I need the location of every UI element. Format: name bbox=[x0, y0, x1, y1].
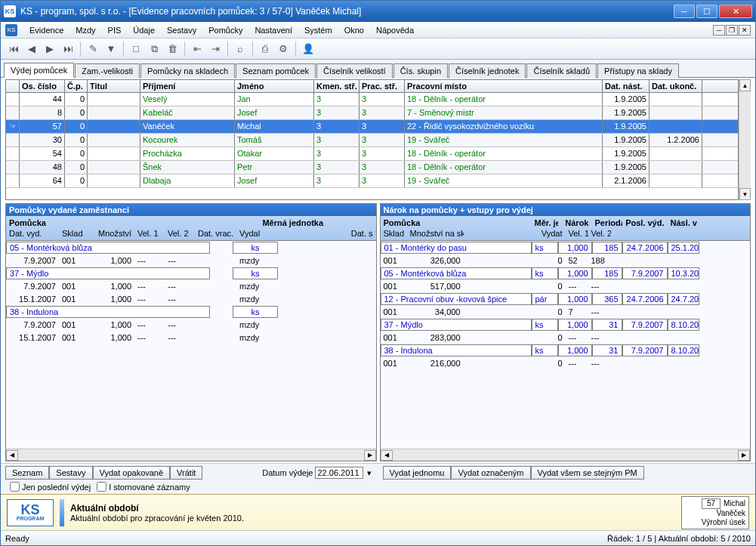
tab-1[interactable]: Zam.-velikosti bbox=[75, 63, 140, 78]
maximize-button[interactable]: ☐ bbox=[696, 5, 717, 18]
employee-row[interactable]: 480ŠnekPetr3318 - Dělník - operátor1.9.2… bbox=[6, 161, 738, 174]
btn-vrátit[interactable]: Vrátit bbox=[170, 466, 202, 480]
search-icon[interactable]: ⌕ bbox=[232, 41, 248, 57]
import-icon[interactable]: ⇤ bbox=[189, 41, 205, 57]
tab-3[interactable]: Seznam pomůcek bbox=[236, 63, 316, 78]
menu-sestavy[interactable]: Sestavy bbox=[161, 24, 202, 36]
entitlement-item-sub[interactable]: 001216,0000------ bbox=[381, 356, 751, 369]
entitlement-item-sub[interactable]: 001283,0000------ bbox=[381, 331, 751, 344]
scroll-left-icon[interactable]: ◀ bbox=[381, 450, 393, 461]
titlebar: KS KS - program, spol. s r.o. - [Evidenc… bbox=[1, 1, 755, 22]
col-dat-ukonc[interactable]: Dat. ukonč. bbox=[650, 80, 702, 92]
employee-row[interactable]: 540ProcházkaOtakar3318 - Dělník - operát… bbox=[6, 147, 738, 161]
col-os-cislo[interactable]: Os. číslo bbox=[20, 80, 65, 92]
prev-record-icon[interactable]: ◀ bbox=[23, 41, 40, 57]
date-picker-icon[interactable]: ▾ bbox=[365, 468, 374, 478]
print-icon[interactable]: ⎙ bbox=[257, 41, 273, 57]
employee-row[interactable]: 300KocourekTomáš3319 - Svářeč1.9.20051.2… bbox=[6, 134, 738, 147]
minimize-button[interactable]: ─ bbox=[674, 5, 695, 18]
menu-nastavení[interactable]: Nastavení bbox=[248, 24, 298, 36]
menu-nápověda[interactable]: Nápověda bbox=[370, 24, 420, 36]
issued-item-row[interactable]: 7.9.20070011,000------mzdy bbox=[6, 279, 376, 292]
menu-pomůcky[interactable]: Pomůcky bbox=[202, 24, 248, 36]
grid-header: Os. číslo Č.p. Titul Příjmení Jméno Kmen… bbox=[6, 80, 738, 93]
menubar: KS EvidenceMzdyPISÚdajeSestavyPomůckyNas… bbox=[1, 22, 755, 39]
issued-item-header[interactable]: 37 - Mýdloks bbox=[6, 267, 376, 279]
menu-mzdy[interactable]: Mzdy bbox=[69, 24, 101, 36]
issued-item-row[interactable]: 15.1.20070011,000------mzdy bbox=[6, 331, 376, 344]
tab-0[interactable]: Výdej pomůcek bbox=[4, 63, 74, 78]
tab-6[interactable]: Číselník jednotek bbox=[449, 63, 526, 78]
col-cp[interactable]: Č.p. bbox=[65, 80, 88, 92]
btn-vydat-jednomu[interactable]: Vydat jednomu bbox=[383, 466, 452, 480]
btn-vydat-všem-se-stejným-pm[interactable]: Vydat všem se stejným PM bbox=[531, 466, 644, 480]
left-button-row: SeznamSestavyVydat opakovaněVrátit Datum… bbox=[1, 463, 378, 482]
right-hscroll[interactable]: ◀ ▶ bbox=[381, 449, 751, 461]
entitlement-item-sub[interactable]: 001517,0000------ bbox=[381, 279, 751, 292]
entitlement-item-header[interactable]: 05 - Montérková blůzaks1,0001857.9.20071… bbox=[381, 267, 751, 279]
next-record-icon[interactable]: ▶ bbox=[42, 41, 58, 57]
mdi-minimize-button[interactable]: ─ bbox=[713, 25, 725, 35]
entitlement-item-header[interactable]: 37 - Mýdloks1,000317.9.20078.10.20 bbox=[381, 318, 751, 331]
col-pracovni-misto[interactable]: Pracovní místo bbox=[405, 80, 603, 92]
grid-scrollbar[interactable]: ▲ ▼ bbox=[739, 79, 751, 200]
chk-last-issue[interactable]: Jen poslední výdej bbox=[10, 482, 91, 492]
employee-row[interactable]: ☞570VaněčekMichal3322 - Řidič vysokozdvi… bbox=[6, 120, 738, 134]
last-record-icon[interactable]: ⏭ bbox=[60, 41, 76, 57]
menu-evidence[interactable]: Evidence bbox=[23, 24, 69, 36]
col-titul[interactable]: Titul bbox=[88, 80, 140, 92]
edit-icon[interactable]: ✎ bbox=[85, 41, 101, 57]
tab-2[interactable]: Pomůcky na skladech bbox=[140, 63, 235, 78]
scroll-up-icon[interactable]: ▲ bbox=[739, 79, 751, 91]
new-icon[interactable]: □ bbox=[128, 41, 144, 57]
col-prijmeni[interactable]: Příjmení bbox=[140, 80, 235, 92]
issued-item-row[interactable]: 7.9.20070011,000------mzdy bbox=[6, 318, 376, 331]
copy-icon[interactable]: ⧉ bbox=[146, 41, 162, 57]
col-jmeno[interactable]: Jméno bbox=[235, 80, 314, 92]
entitlement-item-header[interactable]: 12 - Pracovní obuv -kovová špicepár1,000… bbox=[381, 292, 751, 305]
entitlement-item-sub[interactable]: 001326,000052188 bbox=[381, 254, 751, 267]
export-icon[interactable]: ⇥ bbox=[207, 41, 224, 57]
employee-row[interactable]: 80KabeláčJosef337 - Směnový mistr1.9.200… bbox=[6, 106, 738, 120]
scroll-down-icon[interactable]: ▼ bbox=[739, 188, 751, 200]
scroll-right-icon[interactable]: ▶ bbox=[364, 450, 376, 461]
scroll-left-icon[interactable]: ◀ bbox=[6, 450, 18, 461]
issued-item-header[interactable]: 38 - Indulonaks bbox=[6, 305, 376, 318]
entitlement-item-header[interactable]: 38 - Indulonaks1,000317.9.20078.10.20 bbox=[381, 344, 751, 356]
menu-systém[interactable]: Systém bbox=[298, 24, 338, 36]
scroll-right-icon[interactable]: ▶ bbox=[738, 450, 750, 461]
btn-vydat-označeným[interactable]: Vydat označeným bbox=[451, 466, 530, 480]
menu-údaje[interactable]: Údaje bbox=[127, 24, 161, 36]
col-dat-nast[interactable]: Dat. nást. bbox=[603, 80, 650, 92]
btn-seznam[interactable]: Seznam bbox=[5, 466, 49, 480]
issued-item-row[interactable]: 7.9.20070011,000------mzdy bbox=[6, 254, 376, 267]
issued-item-header[interactable]: 05 - Montérková blůzaks bbox=[6, 241, 376, 254]
col-kmen-str[interactable]: Kmen. stř. bbox=[314, 80, 359, 92]
delete-icon[interactable]: 🗑 bbox=[164, 41, 181, 57]
col-prac-str[interactable]: Prac. stř. bbox=[359, 80, 405, 92]
tab-7[interactable]: Číselník skladů bbox=[526, 63, 597, 78]
issue-date-input[interactable] bbox=[315, 467, 363, 479]
tab-8[interactable]: Přístupy na sklady bbox=[597, 63, 679, 78]
issued-item-row[interactable]: 15.1.20070011,000------mzdy bbox=[6, 292, 376, 305]
menu-pis[interactable]: PIS bbox=[102, 24, 128, 36]
btn-vydat-opakovaně[interactable]: Vydat opakovaně bbox=[93, 466, 171, 480]
first-record-icon[interactable]: ⏮ bbox=[5, 41, 22, 57]
chk-cancelled[interactable]: I stornované záznamy bbox=[97, 482, 190, 492]
filter-icon[interactable]: ▼ bbox=[103, 41, 119, 57]
left-hscroll[interactable]: ◀ ▶ bbox=[6, 449, 376, 461]
btn-sestavy[interactable]: Sestavy bbox=[49, 466, 92, 480]
user-icon[interactable]: 👤 bbox=[300, 41, 316, 57]
entitlement-item-header[interactable]: 01 - Montérky do pasuks1,00018524.7.2006… bbox=[381, 241, 751, 254]
employee-row[interactable]: 640DlabajaJosef3319 - Svářeč2.1.2006 bbox=[6, 174, 738, 188]
close-button[interactable]: ✕ bbox=[719, 5, 752, 18]
mdi-restore-button[interactable]: ❐ bbox=[726, 25, 738, 35]
settings-icon[interactable]: ⚙ bbox=[275, 41, 292, 57]
menu-okno[interactable]: Okno bbox=[338, 24, 370, 36]
tab-5[interactable]: Čís. skupin bbox=[393, 63, 448, 78]
mdi-close-button[interactable]: ✕ bbox=[739, 25, 751, 35]
app-menu-icon[interactable]: KS bbox=[5, 24, 17, 36]
tab-4[interactable]: Číselník velikostí bbox=[316, 63, 393, 78]
employee-row[interactable]: 440VeselýJan3318 - Dělník - operátor1.9.… bbox=[6, 93, 738, 106]
entitlement-item-sub[interactable]: 00134,00007--- bbox=[381, 305, 751, 318]
